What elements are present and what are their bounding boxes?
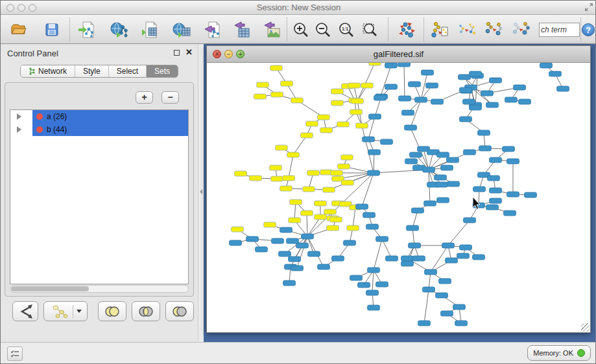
graph-node[interactable] xyxy=(318,264,330,269)
graph-node[interactable] xyxy=(425,269,437,275)
task-history-button[interactable] xyxy=(7,347,23,361)
graph-node[interactable] xyxy=(361,83,374,88)
new-network-selected-nodes-selected-edges-button[interactable] xyxy=(512,21,530,39)
graph-node[interactable] xyxy=(473,255,485,260)
graph-node[interactable] xyxy=(271,176,283,181)
graph-node[interactable] xyxy=(514,85,526,90)
zoom-actual-size-button[interactable]: 1:1 xyxy=(337,21,355,39)
graph-node[interactable] xyxy=(405,159,418,164)
graph-node[interactable] xyxy=(459,74,471,80)
apply-preferred-layout-button[interactable] xyxy=(398,21,416,39)
graph-node[interactable] xyxy=(455,321,468,326)
set-row[interactable]: b (44) xyxy=(10,123,188,136)
graph-node[interactable] xyxy=(369,63,381,65)
graph-node[interactable] xyxy=(460,117,472,122)
graph-node[interactable] xyxy=(289,218,301,223)
graph-node[interactable] xyxy=(337,122,350,127)
graph-node[interactable] xyxy=(540,63,553,68)
graph-node[interactable] xyxy=(331,89,344,94)
graph-node[interactable] xyxy=(331,170,343,176)
tab-style[interactable]: Style xyxy=(75,65,109,77)
graph-node[interactable] xyxy=(463,99,475,104)
network-view[interactable] xyxy=(207,63,590,332)
graph-node[interactable] xyxy=(441,311,453,316)
graph-node[interactable] xyxy=(280,186,292,191)
graph-node[interactable] xyxy=(254,94,267,99)
graph-node[interactable] xyxy=(407,225,419,231)
graph-node[interactable] xyxy=(366,224,379,229)
graph-node[interactable] xyxy=(291,266,304,271)
graph-node[interactable] xyxy=(505,97,518,102)
graph-node[interactable] xyxy=(519,99,531,104)
graph-node[interactable] xyxy=(481,91,494,96)
graph-node[interactable] xyxy=(409,243,421,248)
graph-node[interactable] xyxy=(287,152,300,157)
expand-triangle-icon[interactable] xyxy=(17,113,21,120)
union-sets-button[interactable] xyxy=(98,301,126,321)
intersection-sets-button[interactable] xyxy=(132,301,160,321)
save-session-button[interactable] xyxy=(43,21,61,39)
float-panel-icon[interactable] xyxy=(174,50,180,56)
graph-node[interactable] xyxy=(488,176,500,181)
graph-node[interactable] xyxy=(426,83,438,88)
graph-node[interactable] xyxy=(301,210,313,216)
graph-node[interactable] xyxy=(504,210,516,216)
graph-node[interactable] xyxy=(490,157,502,163)
graph-node[interactable] xyxy=(279,251,291,256)
graph-node[interactable] xyxy=(276,145,288,150)
network-graph[interactable] xyxy=(207,63,590,332)
graph-node[interactable] xyxy=(401,256,414,261)
fullscreen-icon[interactable] xyxy=(584,3,594,13)
tab-network[interactable]: Network xyxy=(21,65,75,77)
graph-node[interactable] xyxy=(453,304,466,310)
graph-node[interactable] xyxy=(446,258,458,263)
graph-node[interactable] xyxy=(398,63,411,67)
graph-node[interactable] xyxy=(368,150,381,155)
export-network-button[interactable] xyxy=(204,21,222,39)
graph-node[interactable] xyxy=(356,204,368,209)
graph-node[interactable] xyxy=(302,234,314,239)
graph-node[interactable] xyxy=(557,86,569,91)
graph-node[interactable] xyxy=(437,152,449,157)
graph-node[interactable] xyxy=(460,87,472,93)
zoom-out-button[interactable] xyxy=(314,21,332,39)
graph-node[interactable] xyxy=(327,225,339,231)
graph-node[interactable] xyxy=(418,321,431,326)
graph-node[interactable] xyxy=(280,227,292,233)
graph-node[interactable] xyxy=(341,155,353,160)
graph-node[interactable] xyxy=(256,247,268,252)
graph-node[interactable] xyxy=(376,282,388,287)
graph-node[interactable] xyxy=(368,170,380,176)
graph-node[interactable] xyxy=(257,82,269,87)
graph-node[interactable] xyxy=(369,114,381,119)
graph-node[interactable] xyxy=(338,164,350,169)
graph-node[interactable] xyxy=(478,130,490,135)
graph-node[interactable] xyxy=(447,157,459,163)
graph-node[interactable] xyxy=(281,81,293,86)
graph-node[interactable] xyxy=(460,245,472,250)
expand-triangle-icon[interactable] xyxy=(17,126,21,133)
graph-node[interactable] xyxy=(308,251,320,256)
graph-node[interactable] xyxy=(246,236,259,242)
graph-node[interactable] xyxy=(315,214,327,220)
graph-node[interactable] xyxy=(318,115,330,120)
graph-node[interactable] xyxy=(470,71,482,76)
import-table-url-button[interactable] xyxy=(173,21,191,39)
create-set-from-nodes-dropdown[interactable] xyxy=(43,301,88,321)
graph-node[interactable] xyxy=(507,159,519,164)
graph-node[interactable] xyxy=(363,137,375,142)
graph-node[interactable] xyxy=(503,146,515,152)
graph-node[interactable] xyxy=(385,84,398,89)
graph-node[interactable] xyxy=(348,83,361,88)
graph-node[interactable] xyxy=(290,199,302,205)
graph-node[interactable] xyxy=(413,256,425,261)
graph-node[interactable] xyxy=(490,198,502,203)
graph-node[interactable] xyxy=(301,133,313,138)
graph-node[interactable] xyxy=(271,92,283,97)
graph-node[interactable] xyxy=(385,63,398,68)
zoom-fit-selected-button[interactable] xyxy=(361,21,379,39)
graph-node[interactable] xyxy=(289,256,301,262)
graph-node[interactable] xyxy=(436,293,448,298)
graph-node[interactable] xyxy=(347,225,359,231)
export-table-button[interactable] xyxy=(233,21,252,39)
